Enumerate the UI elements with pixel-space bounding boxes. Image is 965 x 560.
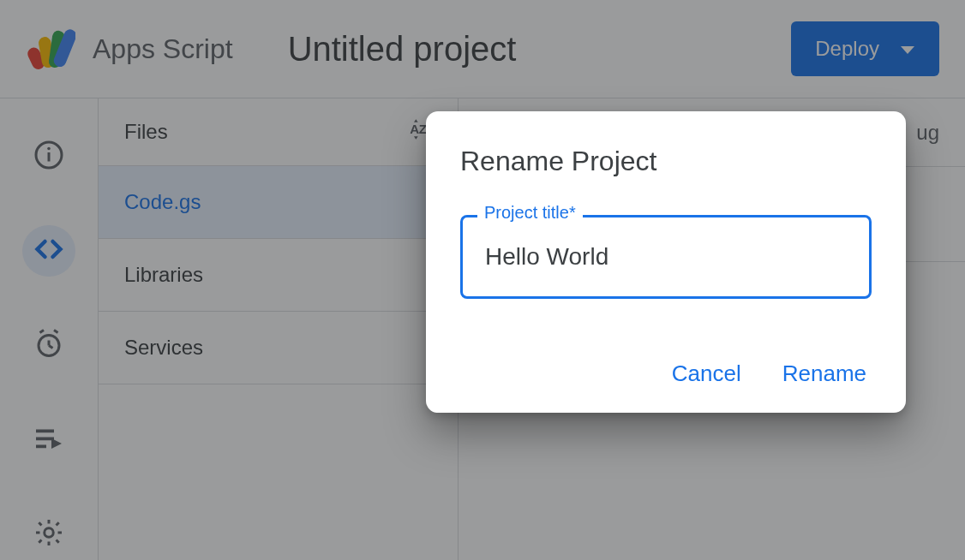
dialog-actions: Cancel Rename [460,360,872,387]
cancel-button[interactable]: Cancel [672,360,741,387]
project-title-input[interactable] [460,215,872,299]
rename-project-dialog: Rename Project Project title* Cancel Ren… [426,111,906,413]
rename-button[interactable]: Rename [782,360,866,387]
project-title-field: Project title* [460,215,872,299]
project-title-label: Project title* [477,203,583,223]
dialog-title: Rename Project [460,146,872,177]
